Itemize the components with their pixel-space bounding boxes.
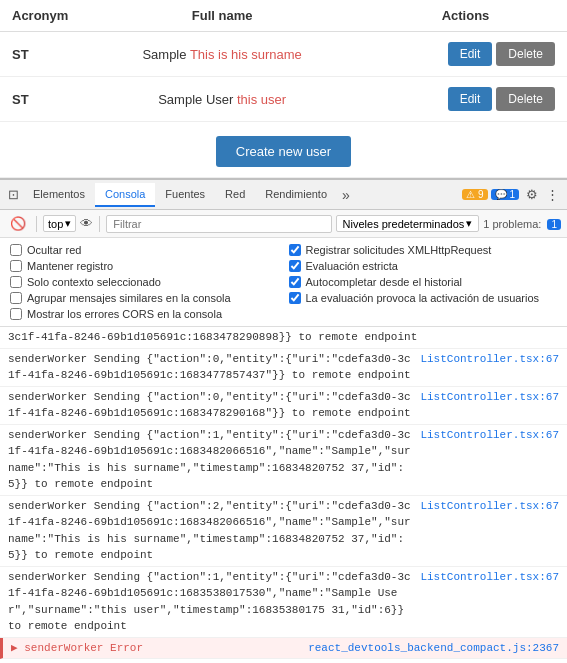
tab-consola[interactable]: Consola <box>95 183 155 207</box>
option-checkbox[interactable] <box>289 260 301 272</box>
option-row: Ocultar red <box>10 244 279 256</box>
context-selector[interactable]: top ▾ <box>43 215 76 232</box>
tab-rendimiento[interactable]: Rendimiento <box>255 183 337 207</box>
option-label: Autocompletar desde el historial <box>306 276 463 288</box>
cell-actions: EditDelete <box>364 77 567 122</box>
log-text: 3c1f-41fa-8246-69b1d105691c:168347829089… <box>8 329 559 346</box>
clear-console-icon[interactable]: 🚫 <box>6 214 30 233</box>
col-header-actions: Actions <box>364 0 567 32</box>
more-tabs-button[interactable]: » <box>337 187 355 203</box>
log-text: senderWorker Sending {"action":2,"entity… <box>8 498 416 564</box>
cell-acronym: ST <box>0 32 80 77</box>
cell-fullname: Sample This is his surname <box>80 32 364 77</box>
levels-selector[interactable]: Niveles predeterminados ▾ <box>336 215 480 232</box>
log-entry: senderWorker Sending {"action":2,"entity… <box>0 496 567 567</box>
edit-button[interactable]: Edit <box>448 42 493 66</box>
log-entry: 3c1f-41fa-8246-69b1d105691c:168347829089… <box>0 327 567 349</box>
option-checkbox[interactable] <box>289 292 301 304</box>
option-label: Mostrar los errores CORS en la consola <box>27 308 222 320</box>
chevron-down-icon: ▾ <box>65 217 71 230</box>
devtools-tabs-bar: ⊡ Elementos Consola Fuentes Red Rendimie… <box>0 180 567 210</box>
log-text: ▶ senderWorker Error <box>11 640 304 657</box>
log-entry: senderWorker Sending {"action":1,"entity… <box>0 567 567 638</box>
option-row: Mostrar los errores CORS en la consola <box>10 308 557 320</box>
cell-actions: EditDelete <box>364 32 567 77</box>
main-table-area: Acronym Full name Actions STSample This … <box>0 0 567 178</box>
log-source[interactable]: ListController.tsx:67 <box>420 351 559 368</box>
edit-button[interactable]: Edit <box>448 87 493 111</box>
log-source[interactable]: ListController.tsx:67 <box>420 569 559 586</box>
settings-icon[interactable]: ⚙ <box>522 185 542 204</box>
option-label: La evaluación provoca la activación de u… <box>306 292 540 304</box>
log-source[interactable]: ListController.tsx:67 <box>420 498 559 515</box>
tab-elementos[interactable]: Elementos <box>23 183 95 207</box>
option-checkbox[interactable] <box>289 276 301 288</box>
devtools-options-panel: Ocultar redRegistrar solicitudes XMLHttp… <box>0 238 567 327</box>
devtools-toolbar: 🚫 top ▾ 👁 Niveles predeterminados ▾ 1 pr… <box>0 210 567 238</box>
option-row: La evaluación provoca la activación de u… <box>289 292 558 304</box>
option-label: Agrupar mensajes similares en la consola <box>27 292 231 304</box>
levels-label: Niveles predeterminados <box>343 218 465 230</box>
option-label: Evaluación estricta <box>306 260 398 272</box>
option-row: Solo contexto seleccionado <box>10 276 279 288</box>
option-checkbox[interactable] <box>10 308 22 320</box>
option-row: Registrar solicitudes XMLHttpRequest <box>289 244 558 256</box>
more-options-icon[interactable]: ⋮ <box>542 185 563 204</box>
log-entry: senderWorker Sending {"action":0,"entity… <box>0 349 567 387</box>
option-row: Agrupar mensajes similares en la consola <box>10 292 279 304</box>
toolbar-separator-2 <box>99 216 100 232</box>
eye-icon[interactable]: 👁 <box>80 216 93 231</box>
option-checkbox[interactable] <box>289 244 301 256</box>
option-checkbox[interactable] <box>10 276 22 288</box>
log-text: senderWorker Sending {"action":0,"entity… <box>8 351 416 384</box>
log-text: senderWorker Sending {"action":1,"entity… <box>8 569 416 635</box>
log-source[interactable]: ListController.tsx:67 <box>420 389 559 406</box>
problem-badge: 1 <box>547 219 561 230</box>
option-row: Evaluación estricta <box>289 260 558 272</box>
col-header-acronym: Acronym <box>0 0 80 32</box>
option-checkbox[interactable] <box>10 292 22 304</box>
create-new-user-button[interactable]: Create new user <box>216 136 351 167</box>
log-text: senderWorker Sending {"action":1,"entity… <box>8 427 416 493</box>
table-row: STSample User this userEditDelete <box>0 77 567 122</box>
col-header-fullname: Full name <box>80 0 364 32</box>
toolbar-separator-1 <box>36 216 37 232</box>
tab-red[interactable]: Red <box>215 183 255 207</box>
filter-input[interactable] <box>106 215 331 233</box>
devtools-panel: ⊡ Elementos Consola Fuentes Red Rendimie… <box>0 178 567 663</box>
option-label: Ocultar red <box>27 244 81 256</box>
option-checkbox[interactable] <box>10 244 22 256</box>
log-entry: senderWorker Sending {"action":1,"entity… <box>0 425 567 496</box>
warning-badge: ⚠ 9 <box>462 189 487 200</box>
log-text: senderWorker Sending {"action":0,"entity… <box>8 389 416 422</box>
log-entry: ▶ senderWorker Errorreact_devtools_backe… <box>0 638 567 660</box>
log-source[interactable]: ListController.tsx:67 <box>420 427 559 444</box>
levels-chevron-icon: ▾ <box>466 217 472 230</box>
log-entry: receiverWorker Processing remote request… <box>0 659 567 663</box>
option-label: Registrar solicitudes XMLHttpRequest <box>306 244 492 256</box>
tab-fuentes[interactable]: Fuentes <box>155 183 215 207</box>
option-row: Autocompletar desde el historial <box>289 276 558 288</box>
users-table: Acronym Full name Actions STSample This … <box>0 0 567 122</box>
delete-button[interactable]: Delete <box>496 42 555 66</box>
info-badge: 💬 1 <box>491 189 519 200</box>
log-entry: senderWorker Sending {"action":0,"entity… <box>0 387 567 425</box>
copy-icon[interactable]: ⊡ <box>4 185 23 204</box>
cell-fullname: Sample User this user <box>80 77 364 122</box>
log-source[interactable]: react_devtools_backend_compact.js:2367 <box>308 640 559 657</box>
option-row: Mantener registro <box>10 260 279 272</box>
console-log-area: 3c1f-41fa-8246-69b1d105691c:168347829089… <box>0 327 567 663</box>
create-new-area: Create new user <box>0 122 567 178</box>
context-label: top <box>48 218 63 230</box>
cell-acronym: ST <box>0 77 80 122</box>
delete-button[interactable]: Delete <box>496 87 555 111</box>
option-label: Solo contexto seleccionado <box>27 276 161 288</box>
option-label: Mantener registro <box>27 260 113 272</box>
problem-count: 1 problema: 1 <box>483 218 561 230</box>
table-row: STSample This is his surnameEditDelete <box>0 32 567 77</box>
option-checkbox[interactable] <box>10 260 22 272</box>
